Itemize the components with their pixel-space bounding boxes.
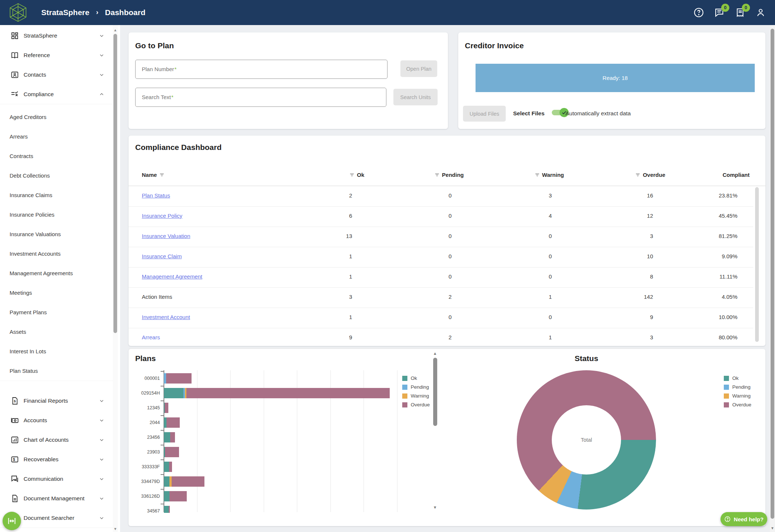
bar-34567 xyxy=(164,506,170,513)
sidebar-item-compliance[interactable]: Compliance xyxy=(0,84,113,104)
need-help-label: Need help? xyxy=(734,516,764,522)
sidebar-scroll-down-icon[interactable]: ▼ xyxy=(113,526,118,531)
column-header-label: Compliant xyxy=(723,172,750,178)
sidebar-item-debt-collections[interactable]: Debt Collections xyxy=(0,166,113,186)
legend-item-warning[interactable]: Warning xyxy=(402,393,429,399)
sidebar-item-financial-reports[interactable]: $Financial Reports xyxy=(0,391,113,411)
select-files-button[interactable]: Select Files xyxy=(513,110,544,117)
legend-item-pending[interactable]: Pending xyxy=(724,384,751,390)
sidebar-item-accounts[interactable]: Accounts xyxy=(0,410,113,430)
sidebar-item-contracts[interactable]: Contracts xyxy=(0,146,113,166)
upload-files-button[interactable]: Upload Files xyxy=(463,106,506,122)
sidebar-item-meetings[interactable]: Meetings xyxy=(0,283,113,303)
sidebar-scroll-up-icon[interactable]: ▲ xyxy=(113,27,118,32)
legend-item-warning[interactable]: Warning xyxy=(724,393,751,399)
chevron-down-icon[interactable] xyxy=(99,496,105,501)
plans-scrollbar-thumb[interactable] xyxy=(433,358,437,426)
table-header: NameOkPendingWarningOverdueCompliant xyxy=(129,165,765,186)
plans-scroll-down-icon[interactable]: ▼ xyxy=(432,505,438,510)
column-header-warning[interactable]: Warning xyxy=(534,172,564,178)
table-scrollbar-thumb[interactable] xyxy=(755,187,759,342)
sidebar-item-reference[interactable]: Reference xyxy=(0,45,113,65)
chevron-down-icon[interactable] xyxy=(99,52,105,58)
sidebar-resize-button[interactable] xyxy=(3,512,21,530)
sidebar-item-insurance-policies[interactable]: Insurance Policies xyxy=(0,205,113,225)
sidebar-item-arrears[interactable]: Arrears xyxy=(0,127,113,147)
bar-segment-ok xyxy=(164,417,166,428)
cell-warning: 0 xyxy=(549,233,552,239)
open-plan-button[interactable]: Open Plan xyxy=(400,60,437,77)
row-name-insurance-valuation[interactable]: Insurance Valuation xyxy=(142,233,190,239)
sidebar-item-management-agreements[interactable]: Management Agreements xyxy=(0,263,113,283)
bar-000001 xyxy=(164,373,192,384)
chevron-down-icon[interactable] xyxy=(99,437,105,443)
filter-icon[interactable] xyxy=(349,172,355,178)
chevron-down-icon[interactable] xyxy=(99,456,105,462)
sidebar-scrollbar-thumb[interactable] xyxy=(113,34,117,333)
chevron-down-icon[interactable] xyxy=(99,515,105,521)
main-scroll-down-icon[interactable]: ▼ xyxy=(770,526,775,531)
search-text-input[interactable] xyxy=(136,88,386,106)
sidebar-item-chart-of-accounts[interactable]: Chart of Accounts xyxy=(0,430,113,450)
chevron-down-icon[interactable] xyxy=(99,33,105,39)
sidebar-item-aged-creditors[interactable]: Aged Creditors xyxy=(0,107,113,127)
chevron-up-icon[interactable] xyxy=(99,91,105,97)
sidebar-subitem-label: Insurance Policies xyxy=(10,211,55,218)
legend-item-pending[interactable]: Pending xyxy=(402,384,429,390)
column-header-overdue[interactable]: Overdue xyxy=(635,172,665,178)
sidebar-item-document-management[interactable]: Document Management xyxy=(0,489,113,508)
axis-tick xyxy=(161,474,164,475)
filter-icon[interactable] xyxy=(635,172,641,178)
sidebar-subitem-label: Debt Collections xyxy=(10,172,50,179)
row-name-management-agreement[interactable]: Management Agreement xyxy=(142,273,202,280)
legend-item-overdue[interactable]: Overdue xyxy=(724,402,751,407)
sidebar-subitem-label: Plan Status xyxy=(10,368,38,374)
search-units-button[interactable]: Search Units xyxy=(393,89,438,105)
filter-icon[interactable] xyxy=(159,172,165,178)
filter-icon[interactable] xyxy=(534,172,540,178)
user-icon[interactable] xyxy=(755,7,766,18)
main-scrollbar-thumb[interactable] xyxy=(771,29,774,519)
row-name-investment-account[interactable]: Investment Account xyxy=(142,314,190,320)
chevron-down-icon[interactable] xyxy=(99,72,105,78)
sidebar-item-stratasphere[interactable]: StrataSphere xyxy=(0,26,113,46)
sidebar-item-investment-accounts[interactable]: Investment Accounts xyxy=(0,244,113,264)
dashboard-icon xyxy=(10,31,19,40)
legend-item-ok[interactable]: Ok xyxy=(402,375,417,381)
column-header-ok[interactable]: Ok xyxy=(349,172,364,178)
messages-icon[interactable]: 0 xyxy=(714,7,725,18)
communication-icon xyxy=(10,475,19,483)
help-icon[interactable] xyxy=(693,7,704,18)
chevron-down-icon[interactable] xyxy=(99,398,105,404)
legend-item-overdue[interactable]: Overdue xyxy=(402,402,430,407)
chevron-down-icon[interactable] xyxy=(99,417,105,423)
column-header-name[interactable]: Name xyxy=(142,172,165,178)
sidebar-item-insurance-claims[interactable]: Insurance Claims xyxy=(0,185,113,205)
need-help-button[interactable]: Need help? xyxy=(720,512,767,526)
sidebar-item-label: Chart of Accounts xyxy=(24,437,69,443)
legend-item-ok[interactable]: Ok xyxy=(724,375,739,381)
sidebar-subitem-label: Assets xyxy=(10,329,26,335)
sidebar-item-communication[interactable]: Communication xyxy=(0,469,113,489)
plans-scroll-up-icon[interactable]: ▲ xyxy=(432,351,438,356)
sidebar-item-insurance-valuations[interactable]: Insurance Valuations xyxy=(0,224,113,244)
breadcrumb-brand[interactable]: StrataSphere xyxy=(41,8,90,17)
sidebar-item-payment-plans[interactable]: Payment Plans xyxy=(0,302,113,322)
sidebar-item-interest-in-lots[interactable]: Interest In Lots xyxy=(0,342,113,361)
plan-number-input[interactable] xyxy=(136,60,387,78)
sidebar-item-assets[interactable]: Assets xyxy=(0,322,113,342)
filter-icon[interactable] xyxy=(434,172,440,178)
row-name-plan-status[interactable]: Plan Status xyxy=(142,192,170,199)
row-name-insurance-claim[interactable]: Insurance Claim xyxy=(142,253,182,259)
sidebar-item-plan-status[interactable]: Plan Status xyxy=(0,361,113,381)
chevron-down-icon[interactable] xyxy=(99,476,105,482)
sidebar-item-contacts[interactable]: Contacts xyxy=(0,65,113,85)
legend-label: Ok xyxy=(732,375,739,381)
sidebar-item-recoverables[interactable]: $Recoverables xyxy=(0,449,113,469)
column-header-label: Ok xyxy=(357,172,364,178)
column-header-pending[interactable]: Pending xyxy=(434,172,464,178)
column-header-compliant[interactable]: Compliant xyxy=(723,172,750,178)
row-name-insurance-policy[interactable]: Insurance Policy xyxy=(142,213,182,219)
invoices-icon[interactable]: 0 xyxy=(734,7,746,18)
row-name-arrears[interactable]: Arrears xyxy=(142,334,160,340)
